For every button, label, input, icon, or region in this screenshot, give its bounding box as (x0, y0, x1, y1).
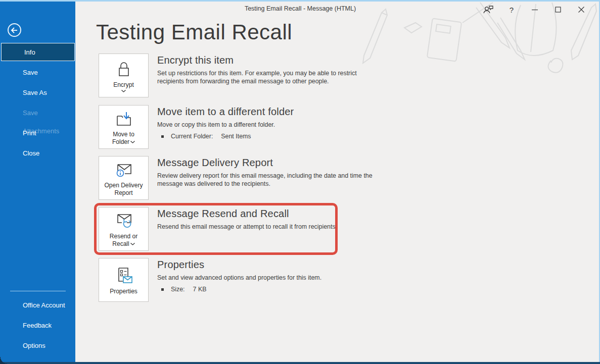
delivery-report-icon (114, 160, 134, 179)
sidebar-item-save-attachments: Save Attachments (0, 104, 75, 122)
sidebar-item-save[interactable]: Save (0, 64, 75, 82)
section-delivery-report: Open Delivery Report Message Delivery Re… (99, 156, 412, 201)
resend-recall-icon (114, 211, 134, 230)
chevron-down-icon (130, 141, 135, 143)
back-button[interactable] (8, 23, 21, 37)
sidebar-item-info[interactable]: Info (1, 43, 75, 61)
sidebar-item-office-account[interactable]: Office Account (0, 297, 75, 314)
section-description: Review delivery report for this email me… (157, 172, 384, 188)
section-description: Move or copy this item to a different fo… (157, 121, 384, 129)
section-title: Message Delivery Report (157, 157, 390, 169)
minimize-button[interactable] (523, 3, 546, 16)
section-encrypt: Encrypt Encrypt this item Set up restric… (99, 54, 412, 99)
move-to-folder-button-label: Move to Folder (104, 131, 144, 146)
lock-icon (115, 60, 133, 79)
window-controls: ? (477, 3, 593, 16)
section-description: Set and view advanced options and proper… (157, 274, 384, 282)
feedback-person-icon[interactable] (477, 3, 500, 16)
section-resend-recall: Resend or Recall Message Resend and Reca… (99, 207, 412, 252)
section-title: Move item to a different folder (157, 106, 390, 118)
properties-button[interactable]: Properties (99, 258, 149, 302)
current-folder-label: Current Folder: (171, 133, 213, 140)
window-border-top (0, 0, 600, 2)
size-row: Size: 7 KB (157, 286, 390, 293)
encrypt-button[interactable]: Encrypt (99, 54, 149, 97)
resend-or-recall-button-label: Resend or Recall (104, 233, 144, 248)
window-corner-bottom-left (0, 357, 7, 364)
bullet-square-icon (161, 135, 164, 138)
current-folder-row: Current Folder: Sent Items (157, 133, 390, 140)
backstage-sidebar: Info Save Save As Save Attachments Print… (0, 0, 75, 364)
help-icon[interactable]: ? (500, 3, 523, 16)
size-value: 7 KB (193, 286, 207, 293)
sidebar-item-save-as[interactable]: Save As (0, 84, 75, 102)
section-title: Properties (157, 259, 390, 271)
sidebar-item-options[interactable]: Options (0, 338, 75, 354)
encrypt-button-label: Encrypt (113, 81, 134, 89)
section-properties: Properties Properties Set and view advan… (99, 258, 412, 303)
move-to-folder-button[interactable]: Move to Folder (99, 105, 149, 149)
section-title: Message Resend and Recall (157, 208, 390, 220)
move-folder-icon (114, 109, 133, 128)
window-title: Testing Email Recall - Message (HTML) (76, 5, 525, 12)
close-button[interactable] (570, 3, 593, 16)
open-delivery-report-button-label: Open Delivery Report (104, 182, 144, 197)
current-folder-value: Sent Items (221, 133, 251, 140)
section-move-folder: Move to Folder Move item to a different … (99, 105, 412, 150)
chevron-down-icon (130, 243, 135, 245)
section-description: Set up restrictions for this item. For e… (157, 69, 384, 85)
bullet-square-icon (161, 288, 164, 291)
page-title: Testing Email Recall (96, 20, 292, 44)
chevron-down-icon (121, 90, 126, 92)
resend-or-recall-button[interactable]: Resend or Recall (99, 207, 149, 251)
sidebar-item-close[interactable]: Close (0, 144, 75, 163)
sidebar-divider (10, 291, 66, 291)
size-label: Size: (171, 286, 185, 293)
section-title: Encrypt this item (157, 55, 390, 66)
maximize-button[interactable] (546, 3, 570, 16)
properties-button-label: Properties (110, 288, 137, 295)
sidebar-item-print[interactable]: Print (0, 124, 75, 142)
help-glyph: ? (510, 6, 514, 14)
section-description: Resend this email message or attempt to … (157, 223, 384, 231)
properties-icon (115, 266, 133, 285)
sidebar-item-feedback[interactable]: Feedback (0, 318, 75, 334)
window-border-bottom (0, 362, 600, 364)
outlook-backstage-window: Testing Email Recall - Message (HTML) ? (0, 0, 600, 364)
open-delivery-report-button[interactable]: Open Delivery Report (99, 156, 149, 200)
